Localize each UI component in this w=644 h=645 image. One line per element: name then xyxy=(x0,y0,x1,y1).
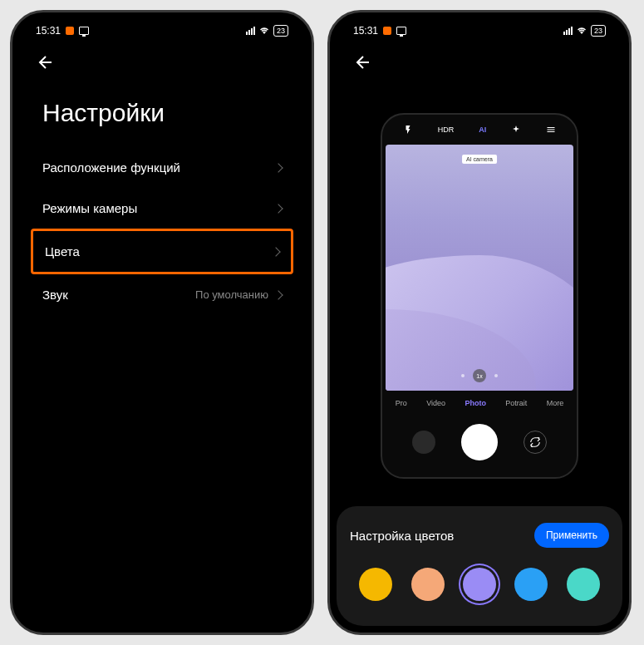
status-time: 15:31 xyxy=(353,25,378,37)
mode-more: More xyxy=(547,399,564,407)
status-time: 15:31 xyxy=(36,25,61,37)
phone-left: 15:31 23 Настройки Расположение функций xyxy=(10,10,314,635)
zoom-dot xyxy=(494,374,498,377)
settings-item-layout[interactable]: Расположение функций xyxy=(31,147,293,188)
mode-pro: Pro xyxy=(396,399,407,407)
zoom-level: 1x xyxy=(473,369,486,382)
settings-item-sound[interactable]: Звук По умолчанию xyxy=(31,274,293,315)
chevron-right-icon xyxy=(273,163,283,172)
ai-label: AI xyxy=(479,126,486,134)
camera-mock: HDR AI AI camera 1x xyxy=(381,113,578,479)
screen-color-settings: 15:31 23 HDR AI xyxy=(337,19,622,626)
color-swatch-yellow[interactable] xyxy=(359,568,392,601)
camera-switch-button xyxy=(524,431,547,454)
settings-item-colors[interactable]: Цвета xyxy=(31,229,293,274)
filter-icon xyxy=(511,125,521,135)
cast-icon xyxy=(79,27,89,35)
screen-settings: 15:31 23 Настройки Расположение функций xyxy=(19,19,305,626)
panel-header: Настройка цветов Применить xyxy=(350,523,609,548)
chevron-right-icon xyxy=(273,290,283,299)
back-button[interactable] xyxy=(19,42,305,86)
back-arrow-icon xyxy=(36,52,56,72)
color-swatch-blue[interactable] xyxy=(514,568,548,601)
zoom-dot xyxy=(461,374,465,377)
flash-icon xyxy=(403,125,413,135)
camera-modes: Pro Video Photo Potrait More xyxy=(382,391,577,416)
mode-photo: Photo xyxy=(465,399,486,407)
status-left: 15:31 xyxy=(36,25,89,37)
ai-camera-chip: AI camera xyxy=(462,155,497,164)
settings-list: Расположение функций Режимы камеры Цвета… xyxy=(19,147,305,315)
zoom-indicator: 1x xyxy=(461,369,498,382)
status-bar: 15:31 23 xyxy=(19,19,305,42)
signal-icon xyxy=(563,27,573,35)
battery-badge: 23 xyxy=(273,25,288,37)
page-title: Настройки xyxy=(19,86,305,147)
settings-item-value: По умолчанию xyxy=(195,288,268,301)
mode-portrait: Potrait xyxy=(505,399,527,407)
settings-item-label: Режимы камеры xyxy=(42,201,137,215)
status-bar: 15:31 23 xyxy=(337,19,622,42)
notification-icon xyxy=(66,27,74,35)
settings-item-label: Расположение функций xyxy=(42,160,180,175)
signal-icon xyxy=(246,27,255,35)
color-swatch-purple[interactable] xyxy=(463,568,496,601)
panel-title: Настройка цветов xyxy=(350,529,454,543)
battery-badge: 23 xyxy=(591,25,606,37)
color-swatch-peach[interactable] xyxy=(411,568,445,601)
status-right: 23 xyxy=(563,25,606,37)
back-arrow-icon xyxy=(353,52,373,72)
camera-top-bar: HDR AI xyxy=(382,115,577,145)
settings-item-camera-modes[interactable]: Режимы камеры xyxy=(31,188,293,229)
chevron-right-icon xyxy=(273,204,283,213)
hdr-label: HDR xyxy=(438,126,455,134)
settings-item-label: Цвета xyxy=(45,244,80,258)
apply-button[interactable]: Применить xyxy=(534,523,609,548)
status-left: 15:31 xyxy=(353,25,406,37)
back-button[interactable] xyxy=(337,42,622,86)
gallery-thumbnail xyxy=(412,431,435,454)
color-panel: Настройка цветов Применить xyxy=(337,506,622,626)
status-right: 23 xyxy=(246,25,288,37)
menu-icon xyxy=(546,125,556,135)
settings-item-label: Звук xyxy=(42,288,68,302)
color-row xyxy=(350,568,609,601)
shutter-button xyxy=(461,424,498,460)
cast-icon xyxy=(396,27,406,35)
camera-viewfinder: AI camera 1x xyxy=(386,145,573,391)
mode-video: Video xyxy=(426,399,445,407)
wifi-icon xyxy=(576,26,587,36)
color-swatch-teal[interactable] xyxy=(567,568,600,601)
wifi-icon xyxy=(258,26,270,36)
switch-icon xyxy=(529,436,541,448)
camera-controls xyxy=(382,416,577,477)
camera-preview-area: HDR AI AI camera 1x xyxy=(337,86,622,506)
chevron-right-icon xyxy=(271,247,280,256)
phone-right: 15:31 23 HDR AI xyxy=(327,10,632,635)
notification-icon xyxy=(383,27,391,35)
